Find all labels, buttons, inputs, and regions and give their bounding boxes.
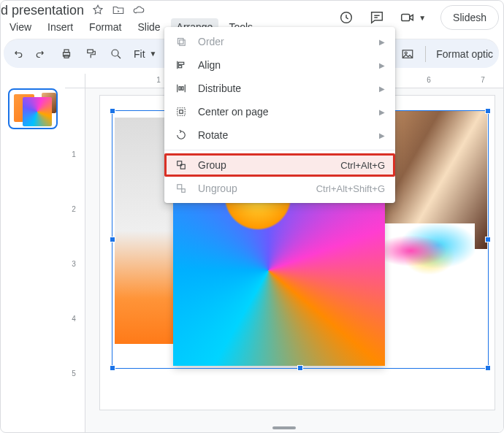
svg-rect-11 [178,62,184,64]
center-on-page-icon [175,105,188,118]
menu-separator [164,150,395,150]
rotate-icon [175,129,188,142]
menu-ungroup: Ungroup Ctrl+Alt+Shift+G [164,177,395,200]
order-icon [175,35,188,48]
redo-icon[interactable] [34,47,49,61]
history-icon[interactable] [338,9,354,26]
h-ruler-tick: 6 [427,76,431,84]
insert-image-icon[interactable] [400,47,415,61]
menu-group[interactable]: Group Ctrl+Alt+G [164,153,395,177]
menu-center-label: Center on page [198,106,369,118]
svg-rect-15 [177,108,186,116]
svg-rect-18 [180,164,185,169]
chevron-down-icon: ▼ [150,50,157,58]
v-ruler-tick: 5 [65,369,83,378]
menu-order: Order ▶ [164,30,395,53]
submenu-arrow-icon: ▶ [379,85,385,93]
group-icon [175,158,188,172]
zoom-fit-label: Fit [134,48,145,60]
v-ruler-tick: 4 [65,315,83,323]
svg-rect-16 [180,110,183,114]
camera-icon [400,9,416,26]
ungroup-icon [175,182,188,195]
svg-rect-1 [402,14,410,20]
menu-align-label: Align [198,59,369,71]
menu-group-shortcut: Ctrl+Alt+G [340,160,385,171]
svg-rect-17 [177,161,182,166]
menu-center[interactable]: Center on page ▶ [164,100,395,123]
ruler-corner [65,74,85,88]
svg-point-6 [112,50,118,56]
vertical-ruler: 1 2 3 4 5 [65,88,85,432]
svg-rect-3 [64,50,69,53]
menu-ungroup-label: Ungroup [198,183,306,194]
h-ruler-tick: 1 [156,76,161,84]
menu-group-label: Group [198,159,330,171]
slideshow-button[interactable]: Slidesh [440,5,499,30]
svg-rect-12 [178,66,182,68]
menu-rotate[interactable]: Rotate ▶ [164,123,395,147]
svg-rect-14 [182,87,183,91]
chevron-down-icon: ▼ [419,14,426,22]
arrange-dropdown: Order ▶ Align ▶ Distribute ▶ Center on p… [164,27,395,203]
slide-filmstrip[interactable] [1,74,65,432]
star-icon[interactable] [91,4,104,17]
align-icon [175,58,188,72]
title-right-actions: ▼ Slidesh [338,5,499,30]
h-ruler-tick: 7 [481,76,485,84]
cloud-saved-icon[interactable] [132,4,145,17]
svg-point-8 [405,52,407,54]
zoom-fit-dropdown[interactable]: Fit▼ [134,48,156,60]
svg-rect-5 [88,50,93,53]
menu-rotate-label: Rotate [198,129,369,141]
submenu-arrow-icon: ▶ [379,38,385,46]
move-to-folder-icon[interactable] [112,4,125,17]
submenu-arrow-icon: ▶ [379,61,385,69]
svg-rect-20 [182,189,186,193]
svg-rect-13 [179,87,180,91]
svg-rect-10 [180,40,186,46]
distribute-icon [175,82,188,95]
submenu-arrow-icon: ▶ [379,108,385,116]
menu-format[interactable]: Format [83,18,127,36]
zoom-icon[interactable] [109,47,123,61]
document-title[interactable]: d presentation [1,3,84,18]
menu-distribute-label: Distribute [198,83,369,94]
paint-format-icon[interactable] [84,47,99,61]
v-ruler-tick: 2 [65,205,83,213]
submenu-arrow-icon: ▶ [379,131,385,139]
v-ruler-tick: 3 [65,260,83,268]
svg-rect-19 [177,185,182,189]
menu-order-label: Order [198,36,369,47]
meet-camera[interactable]: ▼ [400,9,426,26]
print-icon[interactable] [59,47,74,61]
toolbar-right: Format optic [400,39,493,69]
menu-view[interactable]: View [4,18,37,36]
speaker-notes-handle[interactable] [272,426,296,429]
menu-align[interactable]: Align ▶ [164,53,395,77]
menu-distribute[interactable]: Distribute ▶ [164,77,395,100]
slide-thumbnail-1[interactable] [8,88,58,129]
menu-slide[interactable]: Slide [131,18,166,36]
svg-rect-9 [178,39,184,45]
menu-insert[interactable]: Insert [42,18,79,36]
undo-icon[interactable] [9,47,24,61]
v-ruler-tick: 1 [65,150,83,158]
menu-ungroup-shortcut: Ctrl+Alt+Shift+G [316,183,385,194]
comment-icon[interactable] [369,9,385,26]
toolbar-separator [425,46,426,62]
format-options-button[interactable]: Format optic [436,48,493,60]
